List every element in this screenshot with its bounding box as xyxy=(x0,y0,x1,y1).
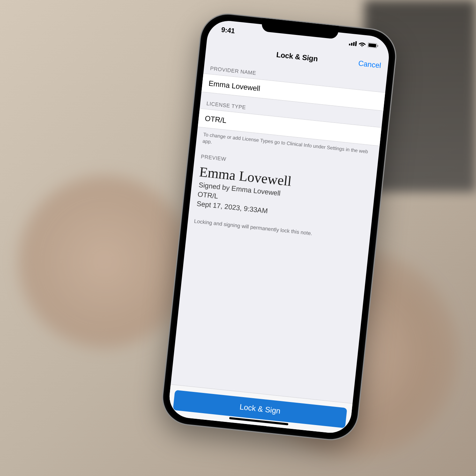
lock-and-sign-button[interactable]: Lock & Sign xyxy=(173,390,347,428)
cancel-button[interactable]: Cancel xyxy=(358,59,382,70)
svg-rect-2 xyxy=(353,42,355,46)
wifi-icon xyxy=(358,42,366,47)
svg-rect-0 xyxy=(349,44,350,45)
svg-rect-3 xyxy=(355,41,357,46)
page-title: Lock & Sign xyxy=(276,51,318,63)
signal-icon xyxy=(349,40,357,46)
battery-icon xyxy=(367,43,378,49)
svg-rect-6 xyxy=(377,45,378,47)
svg-rect-1 xyxy=(351,43,352,46)
svg-rect-5 xyxy=(368,43,376,47)
screen: 9:41 Lock & Sign Cancel PROVIDER xyxy=(168,19,391,435)
status-time: 9:41 xyxy=(221,25,235,35)
